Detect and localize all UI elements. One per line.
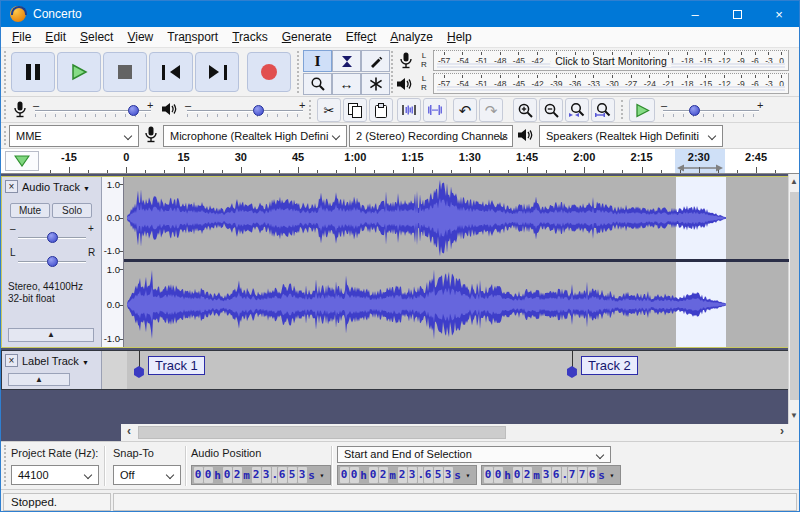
toolbar-grip[interactable] [4,126,7,145]
scroll-left-button[interactable]: ‹ [121,424,137,441]
silence-audio-button[interactable] [423,98,447,122]
label-flag-icon[interactable] [134,366,144,378]
track-name-menu[interactable]: Label Track▼ [22,355,89,367]
redo-button[interactable]: ↷ [479,98,503,122]
timeline-ruler[interactable]: -1501530451:001:151:301:452:002:152:302:… [1,149,799,174]
pan-thumb[interactable] [47,256,58,267]
time-shift-tool-button[interactable]: ↔ [332,73,361,95]
label-box[interactable]: Track 2 [581,356,638,375]
toolbar-grip[interactable] [309,100,312,119]
waveform-channel-1[interactable] [124,177,789,259]
play-button[interactable] [57,52,101,92]
monitoring-overlay[interactable]: Click to Start Monitoring [550,55,671,67]
draw-tool-button[interactable] [361,50,390,72]
mute-button[interactable]: Mute [10,203,50,218]
toolbar-grip[interactable] [4,445,7,486]
toolbar-grip[interactable] [297,51,300,93]
selection-mode-select[interactable]: Start and End of Selection [337,446,611,463]
menu-item-edit[interactable]: Edit [38,28,73,46]
scissors-icon: ✂ [324,104,335,117]
gain-max-label: + [88,223,94,234]
zoom-tool-button[interactable] [303,73,332,95]
zoom-in-button[interactable] [513,98,537,122]
zoom-selection-button[interactable] [565,98,589,122]
selection-end-field[interactable]: 00h02m36.776s▾ [481,465,621,485]
toolbar-grip[interactable] [391,51,394,93]
solo-button[interactable]: Solo [52,203,92,218]
horizontal-scrollbar[interactable]: ‹ › [121,424,790,441]
toolbar-grip[interactable] [4,100,7,119]
play-speed-slider[interactable] [663,110,759,112]
recording-channels-select[interactable]: 2 (Stereo) Recording Channels [349,125,513,147]
audio-track-control-panel[interactable]: × Audio Track▼ Mute Solo – + L R Stereo,… [2,177,102,347]
menu-item-tracks[interactable]: Tracks [225,28,275,46]
track-close-button[interactable]: × [5,354,18,367]
track-name-menu[interactable]: Audio Track▼ [22,181,90,193]
play-icon [70,63,88,81]
record-button[interactable] [247,52,291,92]
dropdown-arrow-icon[interactable]: ▾ [462,471,474,480]
cut-button[interactable]: ✂ [317,98,341,122]
zoom-out-button[interactable] [539,98,563,122]
close-button[interactable]: × [759,1,799,27]
menu-item-file[interactable]: File [5,28,38,46]
menu-item-transport[interactable]: Transport [160,28,225,46]
audio-track[interactable]: × Audio Track▼ Mute Solo – + L R Stereo,… [1,176,790,348]
menu-item-help[interactable]: Help [440,28,479,46]
dropdown-arrow-icon[interactable]: ▾ [606,471,618,480]
play-at-speed-button[interactable] [629,98,655,122]
label-track-content[interactable]: Track 1Track 2 [102,351,789,389]
toolbar-grip[interactable] [621,100,624,119]
menu-item-view[interactable]: View [120,28,160,46]
playback-volume-slider[interactable] [187,110,303,112]
output-device-select[interactable]: Speakers (Realtek High Definiti [539,125,723,147]
menu-item-analyze[interactable]: Analyze [383,28,440,46]
quick-play-pin-button[interactable] [5,151,39,171]
envelope-tool-button[interactable] [332,50,361,72]
input-device-select[interactable]: Microphone (Realtek High Defini [163,125,347,147]
paste-button[interactable] [369,98,393,122]
toolbar-grip[interactable] [4,51,7,93]
trim-audio-button[interactable] [397,98,421,122]
vertical-ruler[interactable]: 1.00.0-1.01.00.0-1.0 [102,177,124,347]
audio-position-field[interactable]: 00h02m23.653s▾ [191,465,331,485]
dropdown-arrow-icon[interactable]: ▾ [316,471,328,480]
project-rate-select[interactable]: 44100 [11,465,99,485]
selection-tool-button[interactable]: I [303,50,332,72]
scroll-down-button[interactable]: ▼ [789,408,799,424]
scroll-up-button[interactable]: ▲ [789,174,799,190]
collapse-track-button[interactable]: ▲ [8,328,94,342]
vertical-scroll-thumb[interactable] [790,192,799,400]
menu-item-generate[interactable]: Generate [275,28,339,46]
horizontal-scroll-thumb[interactable] [138,426,506,439]
maximize-button[interactable] [717,1,757,27]
recording-meter[interactable]: -57-54-51-48-45-42-39-36-33-30-27-24-21-… [433,50,789,71]
vertical-scrollbar[interactable]: ▲ ▼ [788,174,799,424]
track-close-button[interactable]: × [5,180,18,193]
waveform-area[interactable] [124,177,789,347]
zoom-fit-button[interactable] [591,98,615,122]
label-box[interactable]: Track 1 [148,356,205,375]
undo-button[interactable]: ↶ [453,98,477,122]
minimize-button[interactable]: – [675,1,715,27]
gain-thumb[interactable] [47,232,58,243]
playback-meter[interactable]: -57-54-51-48-45-42-39-36-33-30-27-24-21-… [433,73,789,94]
menu-item-effect[interactable]: Effect [339,28,383,46]
waveform-channel-2[interactable] [124,262,789,347]
collapse-track-button[interactable]: ▲ [8,373,70,386]
copy-button[interactable] [343,98,367,122]
skip-to-start-button[interactable] [149,52,193,92]
track-area[interactable]: × Audio Track▼ Mute Solo – + L R Stereo,… [1,174,799,424]
label-track-control-panel[interactable]: × Label Track▼ ▲ [2,351,102,389]
stop-button[interactable] [103,52,147,92]
selection-start-field[interactable]: 00h02m23.653s▾ [337,465,477,485]
pause-button[interactable] [11,52,55,92]
host-select[interactable]: MME [9,125,139,147]
title-bar[interactable]: Concerto – × [1,1,799,27]
skip-to-end-button[interactable] [195,52,239,92]
multi-tool-button[interactable] [361,73,390,95]
menu-item-select[interactable]: Select [73,28,120,46]
snap-to-select[interactable]: Off [113,465,181,485]
label-track[interactable]: × Label Track▼ ▲ Track 1Track 2 [1,350,790,390]
label-flag-icon[interactable] [567,366,577,378]
